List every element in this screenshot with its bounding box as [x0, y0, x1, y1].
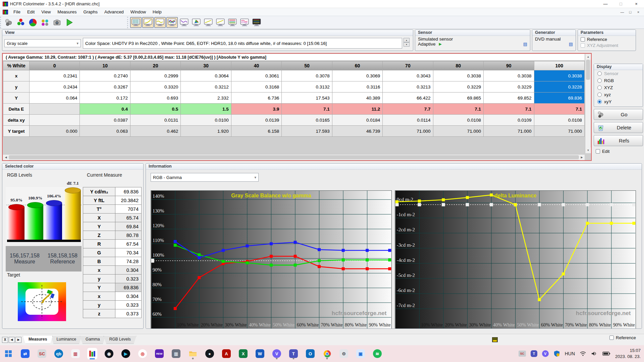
cell-y-100[interactable]: 0.3228 — [534, 81, 584, 93]
column-header-10[interactable]: 10 — [80, 61, 130, 70]
cell-Delta-E-10[interactable]: 0.4 — [80, 104, 130, 115]
file-explorer-app[interactable] — [188, 348, 198, 359]
scroll-right-icon[interactable]: ▶ — [579, 155, 585, 160]
cell-Delta-E-20[interactable]: 0.5 — [130, 104, 180, 115]
refs-button[interactable]: Refs — [594, 135, 643, 146]
cell-delta-xy-70[interactable]: 0.0114 — [383, 115, 433, 126]
luminance-view[interactable] — [178, 17, 190, 28]
status-tray-icon[interactable] — [492, 337, 498, 342]
summary-view[interactable] — [251, 17, 262, 28]
cell-Y-target-0[interactable]: 0.000 — [30, 126, 80, 137]
cell-x-90[interactable]: 0.3038 — [484, 70, 534, 81]
column-header-30[interactable]: 30 — [181, 61, 231, 70]
scroll-down-icon[interactable]: ▼ — [585, 147, 591, 153]
mdi-close-button[interactable]: × — [635, 9, 642, 15]
tab-measures[interactable]: Measures — [23, 336, 53, 344]
save-tool-app[interactable]: ▥ — [70, 348, 80, 359]
cell-Y-target-10[interactable]: 0.063 — [80, 126, 130, 137]
view-mode-dropdown[interactable]: Gray scale ▾ — [4, 39, 81, 47]
mixer-app[interactable]: ▥ — [171, 348, 181, 359]
atom-player-app[interactable]: ◉ — [104, 348, 114, 359]
cell-Delta-E-80[interactable]: 7.1 — [433, 104, 483, 115]
cell-x-60[interactable]: 0.3069 — [332, 70, 382, 81]
chrome-app[interactable] — [322, 348, 332, 359]
cell-x-100[interactable]: 0.3038 — [534, 70, 584, 81]
cell-Delta-E-30[interactable]: 1.5 — [181, 104, 231, 115]
teams-app[interactable]: T — [288, 348, 299, 359]
sensor-config-icon[interactable]: ▤ — [523, 42, 527, 47]
mdi-restore-button[interactable]: □ — [627, 9, 634, 15]
bottom-reference-checkbox[interactable]: Reference — [609, 335, 636, 340]
cell-delta-xy-40[interactable]: 0.0139 — [231, 115, 281, 126]
wifi-icon[interactable] — [580, 351, 586, 356]
cell-delta-xy-60[interactable]: 0.0184 — [332, 115, 382, 126]
run-measures-icon[interactable] — [63, 17, 75, 28]
language-indicator[interactable]: HUN — [565, 351, 575, 356]
column-header-90[interactable]: 90 — [484, 61, 534, 70]
menu-help[interactable]: Help — [149, 8, 165, 15]
cell-Y-target-50[interactable]: 17.593 — [282, 126, 332, 137]
close-button[interactable]: × — [629, 0, 644, 8]
display-radio-sensor[interactable]: Sensor — [594, 70, 643, 77]
cell-Delta-E-60[interactable]: 11.2 — [332, 104, 382, 115]
cell-Y-target-90[interactable]: 71.000 — [484, 126, 534, 137]
tab-next-button[interactable]: ▶ — [15, 337, 21, 343]
edit-checkbox[interactable]: Edit — [596, 149, 643, 154]
cell-delta-xy-0[interactable] — [30, 115, 80, 126]
audio-waves-app[interactable]: ◎ — [138, 348, 148, 359]
secondaries-measure-icon[interactable] — [39, 17, 51, 28]
cell-Y-target-70[interactable]: 71.000 — [383, 126, 433, 137]
display-radio-xyy[interactable]: xyY — [594, 98, 643, 105]
cell-y-80[interactable]: 0.3229 — [433, 81, 483, 93]
column-header-40[interactable]: 40 — [231, 61, 281, 70]
display-radio-xyz[interactable]: XYZ — [594, 84, 643, 91]
cell-Y-10[interactable]: 0.172 — [80, 93, 130, 104]
cell-y-60[interactable]: 0.3116 — [332, 81, 382, 93]
photos-app[interactable]: ▣ — [356, 348, 366, 359]
column-header-80[interactable]: 80 — [433, 61, 483, 70]
clock[interactable]: 15:07 2023. 08. 23. — [615, 348, 641, 359]
contrast-view[interactable] — [203, 17, 214, 28]
generator-config-icon[interactable]: ▤ — [535, 42, 573, 47]
menu-measures[interactable]: Measures — [54, 8, 80, 15]
cell-x-0[interactable]: 0.2341 — [30, 70, 80, 81]
cell-delta-xy-100[interactable]: 0.0108 — [534, 115, 584, 126]
cell-delta-xy-90[interactable]: 0.0109 — [484, 115, 534, 126]
cell-y-70[interactable]: 0.3213 — [383, 81, 433, 93]
menu-window[interactable]: Window — [127, 8, 149, 15]
menu-advanced[interactable]: Advanced — [101, 8, 127, 15]
cell-Y-60[interactable]: 40.389 — [332, 93, 382, 104]
primaries-measure-icon[interactable] — [27, 17, 39, 28]
column-header-0[interactable]: 0 — [30, 61, 80, 70]
cell-Y-30[interactable]: 2.332 — [181, 93, 231, 104]
cell-Delta-E-90[interactable]: 7.1 — [484, 104, 534, 115]
cell-x-30[interactable]: 0.3064 — [181, 70, 231, 81]
tab-close-button[interactable]: X — [2, 337, 8, 343]
cell-delta-xy-50[interactable]: 0.0165 — [282, 115, 332, 126]
cell-Y-0[interactable]: 0.064 — [30, 93, 80, 104]
column-header-50[interactable]: 50 — [282, 61, 332, 70]
mdi-minimize-button[interactable]: — — [619, 9, 626, 15]
go-button[interactable]: Go — [594, 109, 643, 120]
security-shield-icon[interactable]: ! — [553, 350, 560, 357]
column-header-70[interactable]: 70 — [383, 61, 433, 70]
info-spin-down-button[interactable]: ▼ — [404, 42, 410, 47]
screenconnect-app[interactable]: SC — [37, 348, 47, 359]
information-view-dropdown[interactable]: RGB - Gamma ▾ — [151, 173, 259, 182]
menu-file[interactable]: File — [10, 8, 24, 15]
free-measure-balloons-icon[interactable] — [15, 17, 26, 28]
battery-icon[interactable] — [602, 351, 610, 356]
tab-rgb-levels[interactable]: RGB Levels — [104, 336, 137, 344]
cell-Delta-E-100[interactable]: 7.1 — [534, 104, 584, 115]
measures-horizontal-scrollbar[interactable]: ◀ ▶ — [3, 154, 585, 160]
screenconnect-tray-icon[interactable]: SC — [519, 351, 526, 357]
measures-vertical-scrollbar[interactable]: ▲ ▼ — [585, 54, 591, 153]
cell-Y-target-100[interactable]: 71.000 — [534, 126, 584, 137]
cell-Y-100[interactable]: 69.836 — [534, 93, 584, 104]
capture-camera-icon[interactable] — [51, 17, 63, 28]
scroll-left-icon[interactable]: ◀ — [3, 155, 9, 160]
teams-tray-icon[interactable]: T — [531, 350, 537, 357]
column-header-60[interactable]: 60 — [332, 61, 382, 70]
saturation-view[interactable] — [239, 17, 250, 28]
cell-Y-target-30[interactable]: 1.920 — [181, 126, 231, 137]
